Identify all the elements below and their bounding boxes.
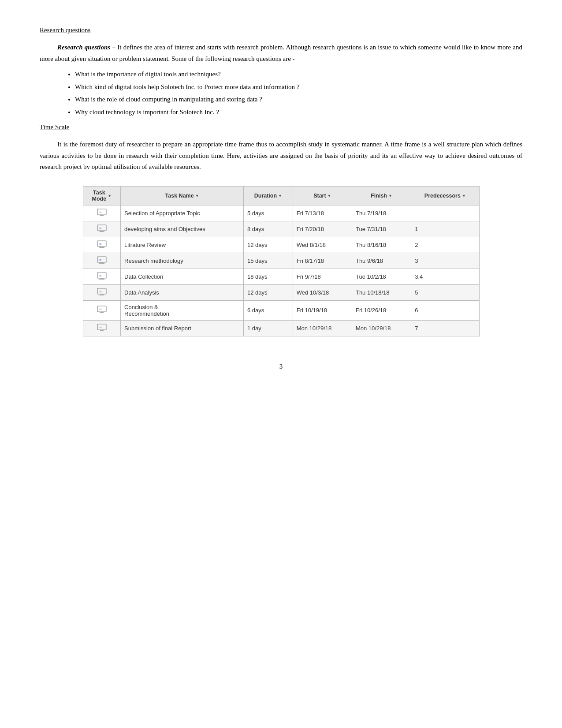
start-cell: Fri 9/7/18 <box>293 269 352 284</box>
th-start[interactable]: Start ▼ <box>293 186 352 205</box>
task-mode-icon: ⇒ <box>97 224 107 232</box>
svg-rect-22 <box>99 295 104 295</box>
predecessors-cell <box>411 205 479 221</box>
task-mode-icon: ⇒ <box>97 288 107 296</box>
task-mode-cell: ⇒ <box>83 320 121 336</box>
predecessors-cell: 6 <box>411 300 479 320</box>
finish-cell: Thu 7/19/18 <box>352 205 411 221</box>
task-mode-cell: ⇒ <box>83 284 121 300</box>
table-row: ⇒ Conclusion & Recommendetion6 daysFri 1… <box>83 300 479 320</box>
svg-rect-9 <box>100 246 104 247</box>
task-name-cell: Data Analysis <box>121 284 244 300</box>
gantt-table-body: ⇒ Selection of Appropriate Topic5 daysFr… <box>83 205 479 336</box>
task-name-cell: Litrature Review <box>121 237 244 253</box>
duration-cell: 12 days <box>244 284 293 300</box>
start-cell: Wed 8/1/18 <box>293 237 352 253</box>
start-cell: Fri 10/19/18 <box>293 300 352 320</box>
svg-text:⇒: ⇒ <box>99 210 102 214</box>
table-row: ⇒ Submission of final Report1 dayMon 10/… <box>83 320 479 336</box>
table-row: ⇒ Data Collection18 daysFri 9/7/18Tue 10… <box>83 269 479 284</box>
th-duration[interactable]: Duration ▼ <box>244 186 293 205</box>
task-mode-icon: ⇒ <box>97 240 107 248</box>
list-item: Why cloud technology is important for So… <box>75 106 522 119</box>
svg-text:⇒: ⇒ <box>99 274 102 278</box>
duration-cell: 12 days <box>244 237 293 253</box>
duration-cell: 8 days <box>244 221 293 237</box>
finish-cell: Fri 10/26/18 <box>352 300 411 320</box>
predecessors-cell: 3,4 <box>411 269 479 284</box>
svg-rect-14 <box>99 263 104 264</box>
finish-cell: Thu 8/16/18 <box>352 237 411 253</box>
svg-rect-13 <box>100 262 104 263</box>
finish-cell: Mon 10/29/18 <box>352 320 411 336</box>
svg-rect-6 <box>99 231 104 232</box>
research-questions-heading: Research questions <box>40 26 522 34</box>
gantt-table: TaskMode ▼ Task Name ▼ Duration ▼ <box>83 186 480 336</box>
list-item: Which kind of digital tools help Solotec… <box>75 81 522 93</box>
svg-rect-17 <box>100 278 104 279</box>
list-item: What is the role of cloud computing in m… <box>75 93 522 106</box>
task-mode-icon: ⇒ <box>97 256 107 264</box>
duration-cell: 1 day <box>244 320 293 336</box>
finish-cell: Tue 7/31/18 <box>352 221 411 237</box>
th-finish[interactable]: Finish ▼ <box>352 186 411 205</box>
task-mode-dropdown-arrow[interactable]: ▼ <box>108 194 112 198</box>
table-row: ⇒ Selection of Appropriate Topic5 daysFr… <box>83 205 479 221</box>
svg-text:⇒: ⇒ <box>99 226 102 230</box>
finish-cell: Thu 10/18/18 <box>352 284 411 300</box>
task-mode-cell: ⇒ <box>83 237 121 253</box>
finish-cell: Tue 10/2/18 <box>352 269 411 284</box>
svg-rect-29 <box>100 330 104 331</box>
predecessors-cell: 3 <box>411 253 479 269</box>
time-scale-heading: Time Scale <box>40 123 522 131</box>
predecessors-cell: 7 <box>411 320 479 336</box>
svg-rect-1 <box>100 215 104 216</box>
svg-rect-10 <box>99 247 104 248</box>
svg-text:⇒: ⇒ <box>99 242 102 246</box>
ts-paragraph: It is the foremost duty of researcher to… <box>40 139 522 173</box>
task-mode-icon: ⇒ <box>97 209 107 217</box>
predecessors-cell: 5 <box>411 284 479 300</box>
svg-rect-25 <box>100 312 104 313</box>
research-questions-list: What is the importance of digital tools … <box>75 68 522 118</box>
task-mode-icon: ⇒ <box>97 272 107 280</box>
table-row: ⇒ Data Analysis12 daysWed 10/3/18Thu 10/… <box>83 284 479 300</box>
svg-text:⇒: ⇒ <box>99 258 102 262</box>
task-name-dropdown-arrow[interactable]: ▼ <box>195 194 199 198</box>
duration-cell: 15 days <box>244 253 293 269</box>
duration-cell: 18 days <box>244 269 293 284</box>
task-mode-cell: ⇒ <box>83 253 121 269</box>
svg-rect-26 <box>99 313 104 313</box>
predecessors-cell: 2 <box>411 237 479 253</box>
start-cell: Fri 7/20/18 <box>293 221 352 237</box>
task-name-cell: Conclusion & Recommendetion <box>121 300 244 320</box>
rq-dash-text: – It defines the area of interest and st… <box>40 44 522 62</box>
task-mode-cell: ⇒ <box>83 221 121 237</box>
svg-rect-2 <box>99 216 104 216</box>
duration-cell: 5 days <box>244 205 293 221</box>
predecessors-cell: 1 <box>411 221 479 237</box>
predecessors-dropdown-arrow[interactable]: ▼ <box>462 194 466 198</box>
table-row: ⇒ Litrature Review12 daysWed 8/1/18Thu 8… <box>83 237 479 253</box>
table-header-row: TaskMode ▼ Task Name ▼ Duration ▼ <box>83 186 479 205</box>
rq-paragraph: Research questions – It defines the area… <box>40 42 522 64</box>
start-cell: Fri 7/13/18 <box>293 205 352 221</box>
rq-bold-text: Research questions <box>57 44 110 51</box>
duration-dropdown-arrow[interactable]: ▼ <box>278 194 282 198</box>
task-mode-cell: ⇒ <box>83 205 121 221</box>
svg-rect-5 <box>100 231 104 231</box>
start-cell: Wed 10/3/18 <box>293 284 352 300</box>
th-task-name[interactable]: Task Name ▼ <box>121 186 244 205</box>
task-name-cell: Submission of final Report <box>121 320 244 336</box>
start-cell: Mon 10/29/18 <box>293 320 352 336</box>
th-predecessors[interactable]: Predecessors ▼ <box>411 186 479 205</box>
th-task-mode[interactable]: TaskMode ▼ <box>83 186 121 205</box>
start-cell: Fri 8/17/18 <box>293 253 352 269</box>
start-dropdown-arrow[interactable]: ▼ <box>328 194 331 198</box>
task-name-cell: Research methodology <box>121 253 244 269</box>
finish-dropdown-arrow[interactable]: ▼ <box>388 194 392 198</box>
gantt-table-wrapper: TaskMode ▼ Task Name ▼ Duration ▼ <box>83 186 480 336</box>
svg-rect-21 <box>100 294 104 295</box>
task-name-cell: developing aims and Objectives <box>121 221 244 237</box>
finish-cell: Thu 9/6/18 <box>352 253 411 269</box>
